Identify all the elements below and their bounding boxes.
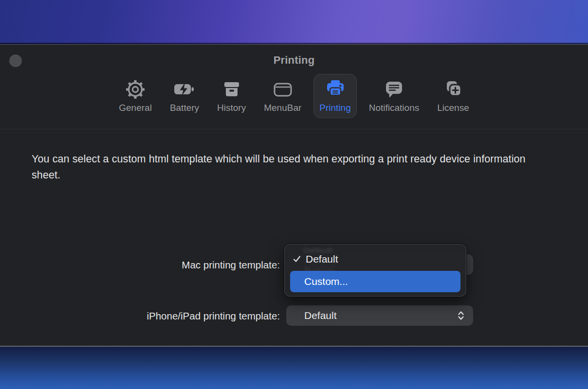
printing-pane: You can select a custom html template wh… <box>0 130 588 347</box>
tab-label: License <box>437 103 469 113</box>
mac-template-label: Mac printing template: <box>182 259 280 271</box>
tab-notifications[interactable]: Notifications <box>363 74 425 118</box>
window-title: Printing <box>0 54 588 67</box>
screen: Printing <box>0 0 588 389</box>
preferences-window: Printing <box>0 44 588 347</box>
tab-label: General <box>119 103 152 113</box>
menubar-window-icon <box>271 78 294 101</box>
license-add-icon <box>441 78 465 101</box>
ios-template-popup[interactable]: Default <box>286 305 473 326</box>
ios-template-value: Default <box>286 310 337 321</box>
pane-description: You can select a custom html template wh… <box>32 151 548 183</box>
menu-item-label: Default <box>306 253 338 265</box>
tab-general[interactable]: General <box>113 74 158 118</box>
chevron-up-down-icon <box>457 310 465 321</box>
menu-item-custom[interactable]: Custom... <box>290 271 460 292</box>
toolbar-tabs: General Battery <box>0 74 588 118</box>
speech-bubble-icon <box>382 78 405 101</box>
archive-box-icon <box>220 78 243 101</box>
tab-label: History <box>217 103 246 113</box>
tab-label: Printing <box>319 103 350 113</box>
menu-item-label: Custom... <box>304 276 348 287</box>
tab-battery[interactable]: Battery <box>164 74 205 118</box>
tab-menubar[interactable]: MenuBar <box>258 74 307 118</box>
tab-printing[interactable]: Printing <box>313 74 356 118</box>
menu-item-default[interactable]: Default <box>285 248 466 270</box>
titlebar: Printing <box>0 45 588 129</box>
desktop-wallpaper-bottom <box>0 347 588 389</box>
tab-label: Notifications <box>369 103 420 113</box>
printer-icon <box>324 78 347 101</box>
tab-label: MenuBar <box>264 103 301 113</box>
battery-icon <box>173 78 196 101</box>
gear-icon <box>124 78 147 101</box>
ios-template-label: iPhone/iPad printing template: <box>147 310 280 322</box>
checkmark-icon <box>293 255 301 264</box>
tab-history[interactable]: History <box>211 74 252 118</box>
tab-license[interactable]: License <box>431 74 475 118</box>
mac-template-dropdown-menu: Default Default Default Custom... <box>284 244 466 297</box>
tab-label: Battery <box>170 103 199 113</box>
desktop-wallpaper-top <box>0 0 588 44</box>
